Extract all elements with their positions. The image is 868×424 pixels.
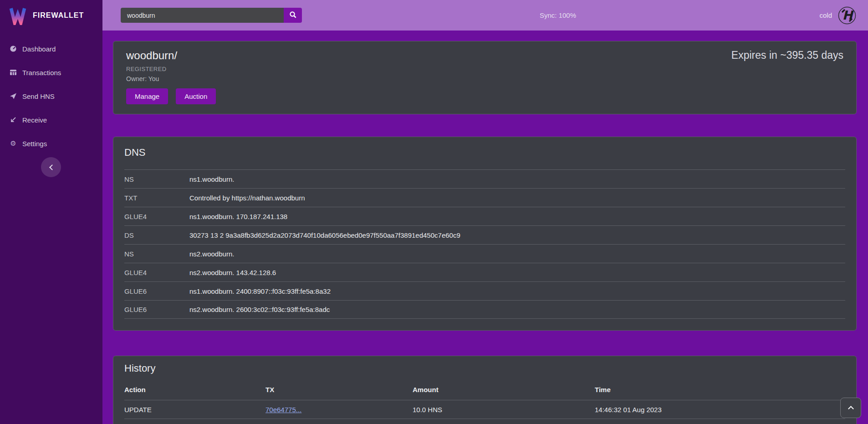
domain-actions: Manage Auction <box>126 88 843 104</box>
topbar: Sync: 100% cold H <box>102 0 868 31</box>
sidebar-item-dashboard[interactable]: Dashboard <box>0 37 102 61</box>
sidebar-item-transactions[interactable]: Transactions <box>0 61 102 84</box>
gauge-icon <box>9 45 17 52</box>
search-button[interactable] <box>284 8 302 23</box>
dns-record-value: ns1.woodburn. 2400:8907::f03c:93ff:fe5a:… <box>189 287 331 295</box>
dns-record-value: ns1.woodburn. 170.187.241.138 <box>189 213 287 220</box>
sync-status: Sync: 100% <box>540 0 576 31</box>
history-card-title: History <box>124 363 845 374</box>
dns-records-table: NS ns1.woodburn. TXT Controlled by https… <box>124 169 845 319</box>
dns-record-value: ns2.woodburn. 143.42.128.6 <box>189 269 276 276</box>
sidebar-item-label: Transactions <box>22 69 61 77</box>
firewallet-logo-icon <box>8 6 27 25</box>
history-amount: 10.0 HNS <box>413 406 595 414</box>
history-action: UPDATE <box>124 406 266 414</box>
dns-record-value: ns2.woodburn. 2600:3c02::f03c:93ff:fe5a:… <box>189 306 330 313</box>
dns-record-value: 30273 13 2 9a3a8fb3d625d2a2073d740f10da6… <box>189 231 460 239</box>
history-col-action: Action <box>124 382 266 400</box>
dns-record-type: GLUE4 <box>124 213 189 220</box>
history-row: RENEW d73c5c4... 10.0 HNS 15:47:36 07 Fe… <box>124 419 845 424</box>
wallet-switcher[interactable]: cold H <box>819 0 856 31</box>
history-col-time: Time <box>595 382 845 400</box>
manage-button[interactable]: Manage <box>126 88 168 104</box>
search-input[interactable] <box>121 8 284 23</box>
table-icon <box>9 69 17 76</box>
history-row: UPDATE 70e64775... 10.0 HNS 14:46:32 01 … <box>124 400 845 419</box>
dns-record-row: GLUE4 ns1.woodburn. 170.187.241.138 <box>124 207 845 225</box>
sidebar-item-label: Send HNS <box>22 92 55 100</box>
dns-record-value: Controlled by https://nathan.woodburn <box>189 194 305 202</box>
tx-link[interactable]: 70e64775... <box>266 406 301 414</box>
brand-row[interactable]: FIREWALLET <box>0 0 102 30</box>
sidebar-item-receive[interactable]: Receive <box>0 108 102 132</box>
sidebar-item-label: Receive <box>22 116 47 124</box>
scroll-to-top-button[interactable] <box>840 398 861 418</box>
search-icon <box>289 11 297 20</box>
dns-record-row: GLUE6 ns1.woodburn. 2400:8907::f03c:93ff… <box>124 281 845 300</box>
dns-record-row: GLUE6 ns2.woodburn. 2600:3c02::f03c:93ff… <box>124 300 845 319</box>
history-card: History Action TX Amount Time UPDATE 70e… <box>113 356 857 424</box>
dns-record-type: DS <box>124 231 189 239</box>
sidebar-nav: Dashboard Transactions Send HNS Receive … <box>0 37 102 155</box>
sidebar-item-label: Settings <box>22 140 47 148</box>
dns-card-title: DNS <box>124 147 845 158</box>
domain-card-header: woodburn/ Expires in ~395.35 days <box>126 49 843 62</box>
auction-button[interactable]: Auction <box>176 88 216 104</box>
wallet-name: cold <box>819 11 832 19</box>
dns-record-row: NS ns2.woodburn. <box>124 244 845 263</box>
sidebar: FIREWALLET Dashboard Transactions Send H… <box>0 0 102 424</box>
domain-card: woodburn/ Expires in ~395.35 days REGIST… <box>113 41 857 114</box>
dns-record-type: GLUE4 <box>124 269 189 276</box>
dns-record-row: TXT Controlled by https://nathan.woodbur… <box>124 188 845 207</box>
domain-name-title: woodburn/ <box>126 49 177 62</box>
chevron-up-icon <box>848 406 854 412</box>
history-time: 14:46:32 01 Aug 2023 <box>595 406 845 414</box>
history-table-header: Action TX Amount Time <box>124 382 845 400</box>
domain-status: REGISTERED <box>126 66 843 72</box>
sidebar-collapse-button[interactable] <box>41 157 61 177</box>
dns-record-type: TXT <box>124 194 189 202</box>
paper-plane-icon <box>9 92 17 100</box>
dns-record-type: GLUE6 <box>124 306 189 313</box>
arrow-down-left-icon <box>9 116 17 123</box>
history-col-amount: Amount <box>413 382 595 400</box>
sidebar-item-label: Dashboard <box>22 45 56 53</box>
dns-record-row: NS ns1.woodburn. <box>124 169 845 188</box>
sidebar-item-send-hns[interactable]: Send HNS <box>0 84 102 108</box>
dns-record-value: ns1.woodburn. <box>189 175 234 183</box>
dns-record-type: NS <box>124 175 189 183</box>
dns-record-row: DS 30273 13 2 9a3a8fb3d625d2a2073d740f10… <box>124 225 845 244</box>
sidebar-item-settings[interactable]: ⚙ Settings <box>0 132 102 155</box>
expiry-label: Expires in ~395.35 days <box>731 49 843 61</box>
dns-record-row: GLUE4 ns2.woodburn. 143.42.128.6 <box>124 263 845 281</box>
handshake-logo-icon: H <box>838 6 856 25</box>
dns-record-type: GLUE6 <box>124 287 189 295</box>
main-content: woodburn/ Expires in ~395.35 days REGIST… <box>102 31 868 424</box>
domain-owner: Owner: You <box>126 75 843 82</box>
gear-icon: ⚙ <box>9 140 17 147</box>
brand-name: FIREWALLET <box>33 11 84 20</box>
search-bar <box>121 8 302 23</box>
dns-card: DNS NS ns1.woodburn. TXT Controlled by h… <box>113 137 857 331</box>
dns-record-type: NS <box>124 250 189 258</box>
chevron-left-icon <box>49 164 55 170</box>
history-col-tx: TX <box>266 382 413 400</box>
dns-record-value: ns2.woodburn. <box>189 250 234 258</box>
